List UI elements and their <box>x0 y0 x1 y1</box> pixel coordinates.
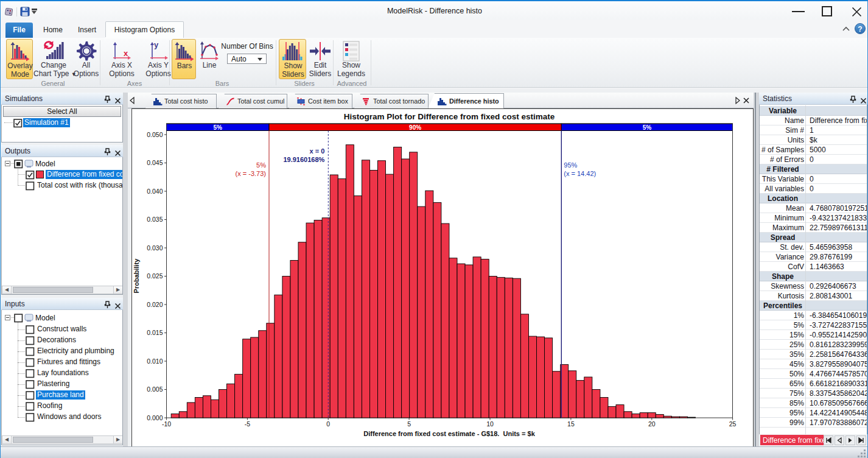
svg-text:95%: 95% <box>564 161 577 169</box>
svg-text:-10: -10 <box>162 420 171 428</box>
svg-text:5%: 5% <box>214 124 223 131</box>
svg-text:0.035: 0.035 <box>147 216 163 223</box>
svg-text:0.040: 0.040 <box>147 188 163 195</box>
svg-text:x = 0: x = 0 <box>310 147 325 155</box>
svg-text:Histogram Plot for Difference: Histogram Plot for Difference from fixed… <box>344 112 555 121</box>
svg-text:(x = 14.42): (x = 14.42) <box>564 170 596 177</box>
svg-text:0.050: 0.050 <box>147 131 163 138</box>
svg-text:x: x <box>124 49 128 58</box>
svg-text:5%: 5% <box>256 161 266 169</box>
svg-text:0.005: 0.005 <box>147 386 163 393</box>
svg-text:(x = -3.73): (x = -3.73) <box>236 170 266 177</box>
svg-text:90%: 90% <box>409 124 421 131</box>
svg-text:5: 5 <box>407 420 411 428</box>
svg-text:Difference from fixed cost est: Difference from fixed cost estimate - G$… <box>363 430 535 437</box>
svg-text:-5: -5 <box>245 420 250 428</box>
svg-text:15: 15 <box>567 420 575 428</box>
svg-text:0.010: 0.010 <box>147 358 163 365</box>
svg-text:0.020: 0.020 <box>147 301 163 308</box>
svg-text:0.030: 0.030 <box>147 244 163 252</box>
svg-text:Probability: Probability <box>133 258 140 294</box>
svg-text:0.015: 0.015 <box>147 329 163 336</box>
svg-text:0.045: 0.045 <box>147 159 163 166</box>
svg-text:0.025: 0.025 <box>147 272 163 280</box>
svg-text:0.000: 0.000 <box>147 414 163 421</box>
svg-text:10: 10 <box>486 420 494 428</box>
svg-text:y: y <box>154 40 159 49</box>
svg-text:0: 0 <box>326 420 330 428</box>
svg-text:19.9160168%: 19.9160168% <box>283 156 324 163</box>
svg-text:25: 25 <box>729 420 737 428</box>
svg-text:5%: 5% <box>643 124 652 131</box>
svg-text:20: 20 <box>648 420 656 428</box>
